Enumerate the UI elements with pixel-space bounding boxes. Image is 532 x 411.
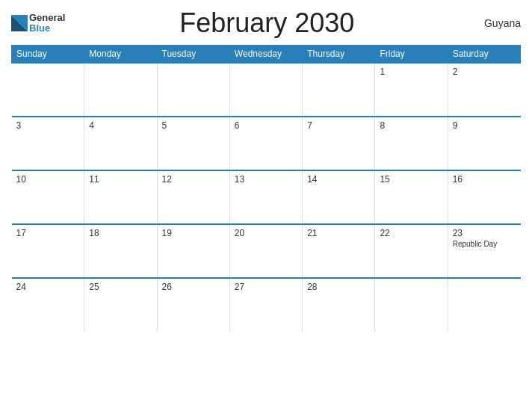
day-number: 10 [16,174,26,185]
calendar-cell: 25 [84,278,157,332]
day-number: 17 [16,228,26,238]
weekday-header-friday: Friday [375,46,448,64]
calendar-cell: 10 [12,170,84,224]
day-number: 24 [16,282,26,292]
day-event: Republic Day [453,240,516,248]
logo-icon [11,15,28,31]
calendar-cell: 26 [157,278,229,332]
day-number: 9 [453,120,458,131]
week-row-0: 12 [12,63,521,117]
day-number: 12 [162,174,172,185]
day-number: 5 [162,120,167,131]
calendar-cell [375,278,448,332]
calendar-cell [303,63,375,117]
weekday-header-wednesday: Wednesday [229,46,302,64]
calendar-cell: 6 [229,117,302,170]
calendar-cell: 23Republic Day [448,224,520,278]
calendar-cell [448,278,520,332]
day-number: 6 [235,120,240,131]
calendar-cell: 13 [229,170,302,224]
day-number: 19 [162,228,172,238]
calendar-cell: 18 [84,224,157,278]
country-label: Guyana [468,17,521,29]
day-number: 28 [307,282,317,292]
calendar-cell: 2 [448,63,520,117]
calendar-cell [229,63,302,117]
page: General Blue February 2030 Guyana Sunday… [0,0,532,411]
day-number: 16 [453,174,463,185]
calendar-cell: 15 [375,170,448,224]
calendar-cell: 17 [12,224,84,278]
day-number: 3 [16,120,22,131]
calendar-cell: 21 [303,224,375,278]
day-number: 2 [453,67,458,77]
weekday-row: SundayMondayTuesdayWednesdayThursdayFrid… [12,46,521,64]
day-number: 18 [89,228,99,238]
week-row-3: 17181920212223Republic Day [12,224,521,278]
logo-general-text: General [29,13,65,23]
logo-text: General Blue [29,13,65,34]
calendar-cell: 12 [157,170,229,224]
week-row-1: 3456789 [12,117,521,170]
day-number: 13 [235,174,244,185]
calendar-cell: 5 [157,117,229,170]
day-number: 4 [89,120,94,131]
calendar-table: SundayMondayTuesdayWednesdayThursdayFrid… [11,45,521,332]
day-number: 25 [89,282,99,292]
calendar-cell: 11 [84,170,157,224]
day-number: 7 [307,120,312,131]
logo-blue-text: Blue [29,23,65,34]
calendar-title: February 2030 [65,7,468,39]
weekday-header-thursday: Thursday [303,46,375,64]
calendar-body: 1234567891011121314151617181920212223Rep… [12,63,521,332]
weekday-header-tuesday: Tuesday [157,46,229,64]
day-number: 21 [307,228,317,238]
day-number: 27 [235,282,244,292]
calendar-cell [157,63,229,117]
header: General Blue February 2030 Guyana [11,7,521,39]
calendar-cell: 1 [375,63,448,117]
calendar-cell: 4 [84,117,157,170]
calendar-cell: 24 [12,278,84,332]
calendar-cell: 20 [229,224,302,278]
day-number: 15 [380,174,389,185]
calendar-header: SundayMondayTuesdayWednesdayThursdayFrid… [12,46,521,64]
day-number: 20 [235,228,244,238]
calendar-cell: 3 [12,117,84,170]
day-number: 23 [453,228,463,238]
calendar-cell [12,63,84,117]
calendar-cell: 19 [157,224,229,278]
day-number: 26 [162,282,172,292]
calendar-cell: 9 [448,117,520,170]
day-number: 1 [380,67,385,77]
calendar-cell: 27 [229,278,302,332]
calendar-cell: 14 [303,170,375,224]
weekday-header-monday: Monday [84,46,157,64]
logo: General Blue [11,13,65,34]
day-number: 11 [89,174,99,185]
weekday-header-saturday: Saturday [448,46,520,64]
calendar-cell: 16 [448,170,520,224]
calendar-cell: 7 [303,117,375,170]
calendar-cell: 8 [375,117,448,170]
weekday-header-sunday: Sunday [12,46,84,64]
calendar-cell: 22 [375,224,448,278]
week-row-2: 10111213141516 [12,170,521,224]
calendar-cell [84,63,157,117]
day-number: 8 [380,120,385,131]
week-row-4: 2425262728 [12,278,521,332]
day-number: 14 [307,174,317,185]
calendar-cell: 28 [303,278,375,332]
day-number: 22 [380,228,389,238]
